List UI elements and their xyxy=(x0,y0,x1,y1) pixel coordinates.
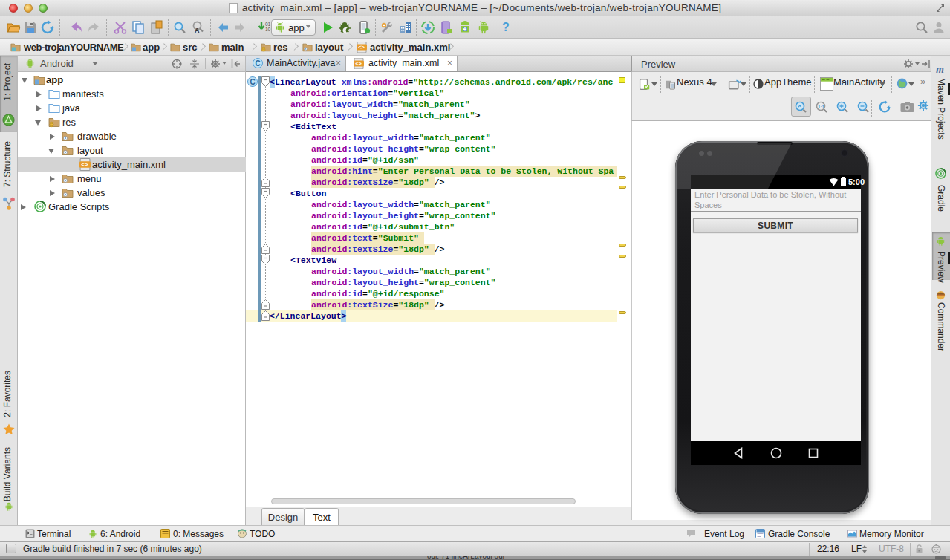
svg-text:1:1: 1:1 xyxy=(818,105,824,109)
svg-text:10: 10 xyxy=(265,27,271,32)
svg-text:<>: <> xyxy=(81,161,88,168)
svg-text:<>: <> xyxy=(355,60,362,67)
svg-text:<>: <> xyxy=(358,44,365,51)
svg-text:01: 01 xyxy=(265,22,271,27)
svg-text:A: A xyxy=(195,27,200,34)
